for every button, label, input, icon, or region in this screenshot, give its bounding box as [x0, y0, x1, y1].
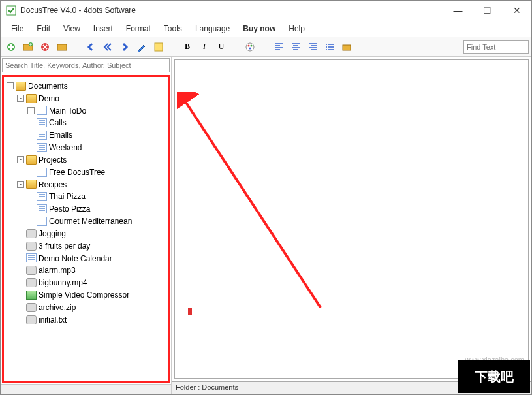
- tree-node[interactable]: 3 fruits per day: [17, 240, 166, 252]
- expand-icon[interactable]: -: [17, 181, 24, 188]
- activity-icon: [26, 229, 37, 238]
- underline-button[interactable]: U: [213, 39, 229, 55]
- delete-button[interactable]: [37, 39, 53, 55]
- horizontal-scrollbar[interactable]: [1, 384, 171, 394]
- menu-tools[interactable]: Tools: [157, 22, 189, 36]
- text-cursor: [188, 308, 192, 315]
- highlight-button[interactable]: [151, 39, 166, 55]
- tree-node[interactable]: Weekend: [27, 141, 166, 153]
- expand-spacer: [27, 132, 35, 139]
- expand-spacer: [27, 217, 35, 225]
- tree-node[interactable]: Demo Note Calendar: [17, 252, 166, 264]
- app-icon: [6, 5, 16, 16]
- svg-point-8: [248, 44, 250, 46]
- file-icon: [26, 315, 37, 324]
- minimize-button[interactable]: —: [443, 1, 473, 20]
- tree-label: Recipes: [39, 180, 67, 189]
- tree-node-projects[interactable]: -Projects Free DocusTree: [17, 153, 166, 178]
- nav-back-button[interactable]: [83, 39, 99, 55]
- tree-label: Documents: [28, 82, 68, 91]
- align-center-button[interactable]: [288, 39, 304, 55]
- maximize-button[interactable]: ☐: [473, 1, 502, 20]
- list-button[interactable]: [322, 39, 337, 55]
- expand-spacer: [17, 316, 24, 323]
- expand-icon[interactable]: -: [17, 156, 24, 163]
- window-title: DocusTree V4.0 - 4dots Software: [20, 6, 443, 15]
- svg-point-13: [326, 49, 327, 50]
- tree-node[interactable]: Jogging: [17, 227, 166, 240]
- nav-back-all-button[interactable]: [100, 39, 116, 55]
- find-input[interactable]: [463, 40, 529, 54]
- italic-button[interactable]: I: [196, 39, 212, 55]
- tree-node[interactable]: bigbunny.mp4: [17, 276, 166, 289]
- add-node-button[interactable]: [3, 39, 19, 55]
- bold-button[interactable]: B: [180, 39, 195, 55]
- tree-node[interactable]: initial.txt: [17, 313, 166, 326]
- file-icon: [26, 278, 37, 287]
- menu-edit[interactable]: Edit: [30, 22, 57, 36]
- page-icon: [37, 143, 47, 152]
- main-area: -Documents -Demo +Main ToDo Calls Emails…: [1, 57, 531, 394]
- edit-button[interactable]: [134, 39, 149, 55]
- menu-help[interactable]: Help: [282, 22, 311, 36]
- tree-label: Gourmet Mediterranean: [49, 217, 132, 226]
- expand-icon[interactable]: -: [17, 95, 24, 102]
- file-icon: [26, 303, 37, 312]
- tree-node[interactable]: Free DocusTree: [27, 166, 166, 178]
- expand-spacer: [27, 193, 35, 200]
- page-icon: [37, 168, 47, 177]
- attach-button[interactable]: [339, 39, 354, 55]
- expand-icon[interactable]: +: [27, 107, 35, 114]
- tree-node[interactable]: Emails: [27, 129, 166, 141]
- menu-insert[interactable]: Insert: [87, 22, 119, 36]
- page-icon: [37, 131, 47, 140]
- editor-area[interactable]: www.xiazaiba.com: [174, 59, 529, 379]
- align-left-button[interactable]: [271, 39, 287, 55]
- align-right-button[interactable]: [305, 39, 321, 55]
- tree-view[interactable]: -Documents -Demo +Main ToDo Calls Emails…: [2, 75, 170, 383]
- svg-point-12: [326, 46, 327, 48]
- menu-file[interactable]: File: [5, 22, 30, 36]
- menu-format[interactable]: Format: [119, 22, 157, 36]
- tree-label: Weekend: [49, 143, 82, 152]
- expand-spacer: [17, 230, 24, 237]
- tree-node-recipes[interactable]: -Recipes Thai Pizza Pesto Pizza Gourmet …: [17, 178, 166, 227]
- tree-label: Main ToDo: [49, 106, 86, 115]
- svg-point-10: [249, 47, 251, 49]
- tree-node[interactable]: Gourmet Mediterranean: [27, 215, 166, 227]
- expand-icon[interactable]: -: [7, 82, 14, 89]
- expand-spacer: [27, 119, 35, 127]
- tree-label: Free DocusTree: [49, 168, 105, 177]
- tree-node[interactable]: Simple Video Compressor: [17, 289, 166, 301]
- tree-label: archive.zip: [39, 303, 76, 312]
- add-folder-button[interactable]: [20, 39, 36, 55]
- svg-rect-5: [57, 44, 67, 50]
- tree-node[interactable]: Pesto Pizza: [27, 202, 166, 215]
- svg-point-7: [246, 43, 254, 51]
- tree-node[interactable]: Thai Pizza: [27, 190, 166, 202]
- tree-node[interactable]: alarm.mp3: [17, 264, 166, 276]
- file-icon: [26, 266, 37, 275]
- tree-node[interactable]: archive.zip: [17, 301, 166, 313]
- tree-root[interactable]: -Documents -Demo +Main ToDo Calls Emails…: [7, 80, 166, 326]
- tree-label: Pesto Pizza: [49, 204, 90, 213]
- tree-label: Projects: [39, 155, 67, 165]
- tree-node[interactable]: Calls: [27, 116, 166, 129]
- folder-icon: [26, 180, 37, 189]
- page-icon: [37, 192, 47, 201]
- tree-node[interactable]: +Main ToDo: [27, 104, 166, 117]
- activity-icon: [26, 242, 37, 251]
- menu-view[interactable]: View: [57, 22, 87, 36]
- tree-node-demo[interactable]: -Demo +Main ToDo Calls Emails Weekend: [17, 92, 166, 153]
- menu-buynow[interactable]: Buy now: [236, 22, 282, 36]
- tree-label: alarm.mp3: [39, 266, 76, 275]
- nav-forward-button[interactable]: [117, 39, 133, 55]
- menu-language[interactable]: Language: [189, 22, 236, 36]
- open-folder-button[interactable]: [54, 39, 70, 55]
- search-input[interactable]: [2, 58, 170, 72]
- expand-spacer: [17, 291, 24, 298]
- overlay-logo: 下载吧: [458, 360, 530, 393]
- color-picker-button[interactable]: [242, 39, 258, 55]
- tree-label: Calls: [49, 118, 67, 127]
- close-button[interactable]: ✕: [502, 1, 531, 20]
